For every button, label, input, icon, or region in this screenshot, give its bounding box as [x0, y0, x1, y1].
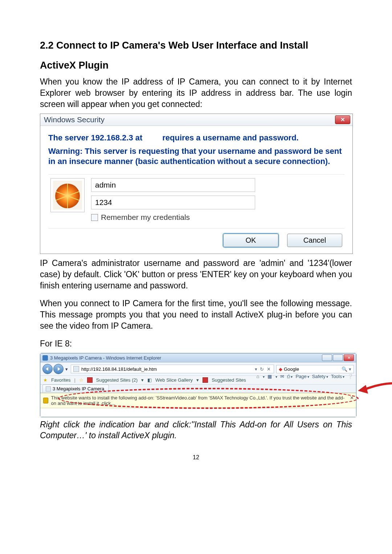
tab-label: 3 Megapixels IP Camera — [53, 386, 104, 391]
password-input[interactable]: 1234 — [91, 196, 255, 209]
search-dropdown-icon[interactable]: ▾ — [349, 366, 351, 372]
suggested-sites-icon-1 — [87, 377, 93, 383]
dialog-title: Windows Security — [44, 115, 105, 124]
dialog-heading: The server 192.168.2.3 at requires a use… — [48, 133, 344, 143]
red-arrow-annotation — [358, 381, 392, 396]
suggested-sites-1[interactable]: Suggested Sites (2) — [96, 377, 138, 383]
refresh-icon[interactable]: ↻ — [260, 366, 264, 372]
for-ie8-label: For IE 8: — [40, 338, 352, 349]
dialog-heading-right: requires a username and password. — [162, 133, 298, 142]
cmd-page[interactable]: Page — [295, 374, 309, 379]
nav-history-dropdown[interactable]: ▾ — [64, 364, 69, 374]
para-first-time: When you connect to IP Camera for the fi… — [40, 298, 352, 332]
infobar-close-icon[interactable]: ✕ — [350, 395, 354, 401]
credentials-row: admin 1234 Remember my credentials — [48, 174, 344, 229]
remember-label: Remember my credentials — [101, 213, 190, 222]
maximize-button[interactable] — [333, 354, 343, 361]
ie8-window: 3 Megapixels IP Camera - Windows Interne… — [40, 353, 356, 417]
cmd-tools[interactable]: Tools — [331, 374, 344, 379]
forward-button[interactable] — [53, 364, 64, 374]
para-after-dialog: IP Camera's administrator username and p… — [40, 258, 352, 291]
ie8-content-area — [40, 408, 356, 417]
favorites-label[interactable]: Favorites — [51, 377, 70, 383]
cancel-button[interactable]: Cancel — [287, 234, 342, 247]
dialog-warning: Warning: This server is requesting that … — [48, 146, 344, 166]
browser-tab[interactable]: 3 Megapixels IP Camera — [42, 385, 109, 393]
feeds-icon[interactable]: ▦ — [268, 374, 272, 379]
ie8-window-title: 3 Megapixels IP Camera - Windows Interne… — [50, 355, 161, 361]
sub-title: ActiveX Plugin — [40, 60, 352, 71]
favorites-star-icon[interactable]: ★ — [43, 377, 48, 383]
tab-page-icon — [46, 386, 51, 391]
suggested-dropdown-1[interactable]: ▾ — [141, 377, 144, 383]
shield-icon — [43, 398, 48, 403]
page-icon — [73, 366, 79, 372]
page-number: 12 — [40, 454, 352, 461]
intro-paragraph: When you know the IP address of IP Camer… — [40, 76, 352, 110]
web-slice-gallery[interactable]: Web Slice Gallery — [155, 377, 193, 383]
command-bar: ⌂ ▦ ✉ ⎙ Page Safety Tools ❔ — [257, 374, 353, 379]
minimize-button[interactable] — [322, 354, 332, 361]
window-close-button[interactable]: ✕ — [344, 354, 354, 361]
svg-marker-8 — [358, 385, 368, 394]
webslice-icon: ◧ — [147, 377, 152, 383]
search-icon[interactable]: 🔍 — [342, 366, 347, 372]
addr-dropdown-icon[interactable]: ▾ — [255, 366, 257, 372]
search-placeholder: Google — [284, 366, 299, 372]
remember-checkbox[interactable] — [91, 214, 98, 221]
address-bar[interactable]: http://192.168.84.181/default_ie.htm ▾ ↻… — [71, 365, 274, 373]
webslice-dropdown[interactable]: ▾ — [196, 377, 199, 383]
suggested-sites-icon-2 — [203, 377, 208, 383]
help-icon[interactable]: ❔ — [347, 374, 353, 379]
avatar-image — [50, 178, 85, 212]
close-button[interactable]: ✕ — [335, 115, 350, 124]
address-value: http://192.168.84.181/default_ie.htm — [81, 366, 157, 372]
fav-add-icon[interactable]: ☆ — [79, 377, 83, 383]
back-button[interactable] — [42, 364, 53, 374]
windows-security-dialog: Windows Security ✕ The server 192.168.2.… — [40, 114, 353, 254]
print-dropdown[interactable]: ⎙ — [287, 374, 293, 379]
ie8-caption: Right click the indication bar and click… — [40, 419, 352, 441]
dialog-heading-left: The server 192.168.2.3 at — [48, 133, 142, 142]
home-icon[interactable]: ⌂ — [257, 374, 260, 379]
stop-icon[interactable]: ✕ — [267, 366, 271, 372]
section-title: 2.2 Connect to IP Camera's Web User Inte… — [40, 40, 352, 51]
ie-icon — [42, 355, 48, 361]
infobar-text: This website wants to install the follow… — [51, 395, 348, 406]
mail-icon[interactable]: ✉ — [280, 374, 284, 379]
suggested-sites-2[interactable]: Suggested Sites — [212, 377, 246, 383]
close-icon: ✕ — [340, 116, 345, 123]
cmd-safety[interactable]: Safety — [312, 374, 328, 379]
search-box[interactable]: ◆ Google 🔍 ▾ — [276, 365, 354, 373]
username-input[interactable]: admin — [91, 178, 255, 192]
google-icon: ◆ — [279, 366, 282, 372]
ok-button[interactable]: OK — [223, 234, 278, 247]
activex-info-bar[interactable]: This website wants to install the follow… — [40, 393, 356, 408]
